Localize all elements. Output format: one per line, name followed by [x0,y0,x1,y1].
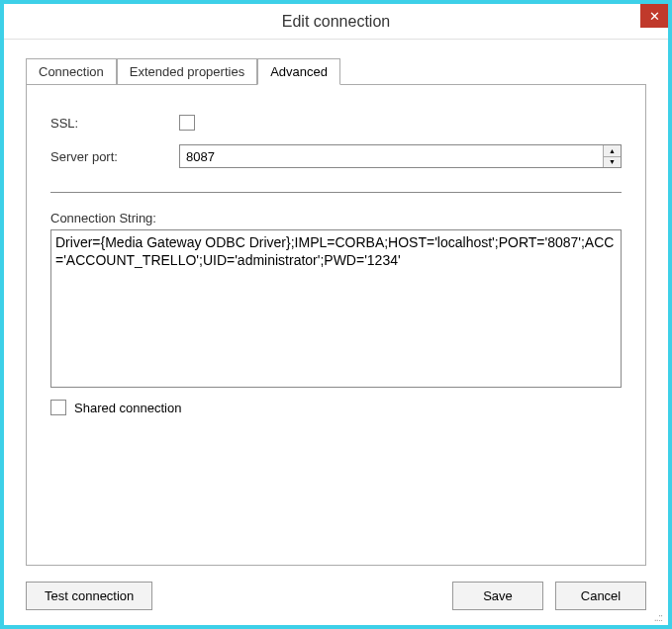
ssl-checkbox[interactable] [179,115,195,131]
tab-advanced[interactable]: Advanced [257,58,340,85]
chevron-up-icon: ▲ [609,147,616,154]
spinner-buttons: ▲ ▼ [603,145,621,167]
close-icon: ✕ [649,9,660,24]
chevron-down-icon: ▼ [609,158,616,165]
cancel-button[interactable]: Cancel [555,582,646,610]
ssl-row: SSL: [50,115,622,131]
server-port-input[interactable] [180,145,603,167]
server-port-spinner: ▲ ▼ [179,144,622,168]
tab-connection[interactable]: Connection [26,58,117,85]
connection-string-label: Connection String: [50,211,622,225]
titlebar: Edit connection ✕ [4,4,668,40]
window-title: Edit connection [282,13,390,31]
tab-panel-advanced: SSL: Server port: ▲ ▼ Connection String: [26,84,646,566]
tab-strip: Connection Extended properties Advanced [26,57,646,84]
dialog-footer: Test connection Save Cancel [4,576,668,612]
save-button[interactable]: Save [452,582,543,610]
divider [50,192,622,193]
content-area: Connection Extended properties Advanced … [4,40,668,576]
test-connection-button[interactable]: Test connection [26,582,152,610]
ssl-label: SSL: [50,116,179,131]
server-port-up-button[interactable]: ▲ [604,145,621,157]
server-port-down-button[interactable]: ▼ [604,157,621,168]
edit-connection-dialog: Edit connection ✕ Connection Extended pr… [0,0,672,629]
shared-connection-row: Shared connection [50,400,622,415]
tab-extended-properties[interactable]: Extended properties [117,58,257,85]
server-port-label: Server port: [50,149,179,164]
shared-connection-checkbox[interactable] [50,400,66,415]
close-button[interactable]: ✕ [640,4,668,28]
server-port-row: Server port: ▲ ▼ [50,144,622,168]
resize-grip-icon[interactable]: ..:: [4,612,668,625]
connection-string-textarea[interactable] [50,229,622,388]
shared-connection-label: Shared connection [74,401,181,415]
